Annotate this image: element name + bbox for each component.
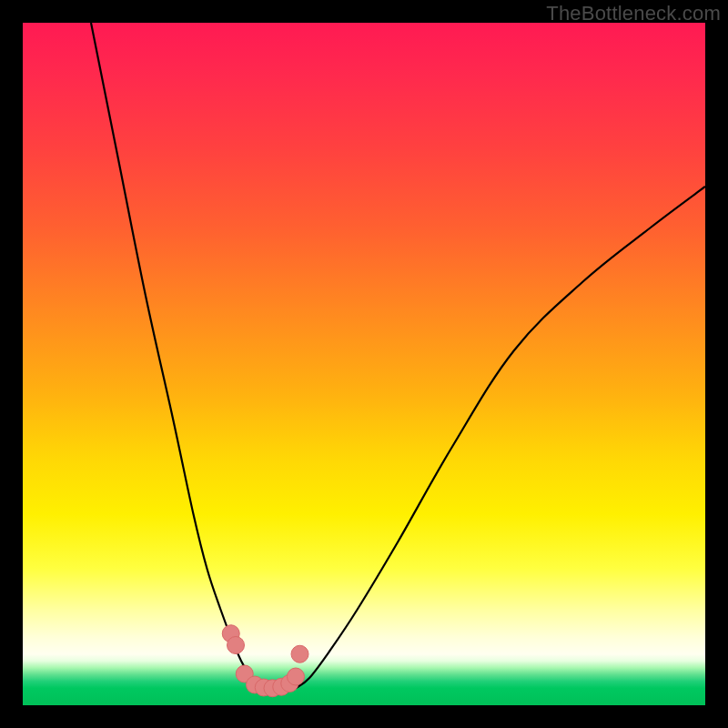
curve-left <box>91 23 262 688</box>
marker-dot <box>291 645 308 662</box>
curves-svg <box>23 23 705 705</box>
marker-dot <box>228 637 245 654</box>
marker-dot <box>288 668 305 685</box>
markers-group <box>222 625 308 697</box>
curve-right <box>296 187 705 688</box>
chart-frame: TheBottleneck.com <box>0 0 728 728</box>
plot-area <box>23 23 705 705</box>
